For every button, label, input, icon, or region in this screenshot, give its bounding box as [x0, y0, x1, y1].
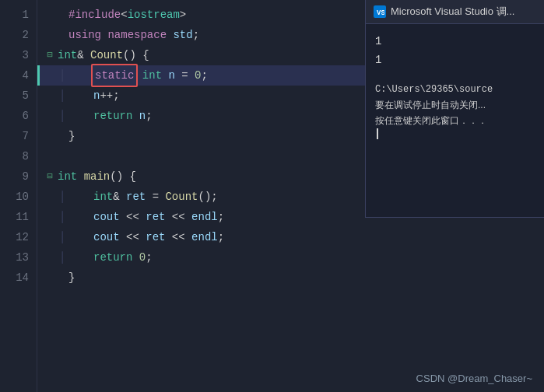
fold-icon-9[interactable]: ⊟ [44, 170, 56, 183]
line-num-4: 4 [0, 65, 29, 86]
line-num-3: 3 [0, 45, 29, 65]
line-numbers: 1 2 3 4 5 6 7 8 9 10 11 12 13 14 [0, 0, 37, 392]
cursor [377, 128, 378, 139]
line-num-5: 5 [0, 86, 29, 106]
line-num-12: 12 [0, 227, 29, 247]
output-line-1: 1 [375, 32, 535, 51]
output-cn2: 按任意键关闭此窗口．．． [375, 113, 535, 128]
vs-icon: VS [374, 5, 386, 18]
line-num-11: 11 [0, 207, 29, 227]
svg-text:VS: VS [377, 9, 384, 16]
output-line-2: 1 [375, 51, 535, 69]
line-num-14: 14 [0, 268, 29, 288]
output-panel: VS Microsoft Visual Studio 调... 1 1 C:\U… [365, 0, 544, 218]
editor-container: 1 2 3 4 5 6 7 8 9 10 11 12 13 14 #includ… [0, 0, 544, 392]
line-num-7: 7 [0, 126, 29, 146]
line-num-8: 8 [0, 146, 29, 166]
line-num-10: 10 [0, 187, 29, 207]
line-num-2: 2 [0, 25, 29, 45]
csdn-watermark: CSDN @Dream_Chaser~ [416, 373, 532, 384]
line-num-13: 13 [0, 247, 29, 268]
line-num-1: 1 [0, 5, 29, 25]
output-path: C:\Users\29365\source [375, 82, 535, 97]
output-cn1: 要在调试停止时自动关闭... [375, 97, 535, 113]
line-num-6: 6 [0, 106, 29, 126]
cursor-line [375, 128, 535, 139]
output-panel-header: VS Microsoft Visual Studio 调... [366, 0, 544, 24]
code-line-13: │ return 0 ; [37, 247, 544, 268]
fold-icon-3[interactable]: ⊟ [44, 49, 56, 61]
code-line-12: │ cout << ret << endl ; [37, 227, 544, 247]
output-content: 1 1 C:\Users\29365\source 要在调试停止时自动关闭...… [366, 24, 544, 217]
output-title: Microsoft Visual Studio 调... [391, 5, 514, 19]
line-num-9: 9 [0, 166, 29, 187]
code-line-14: } [37, 268, 544, 288]
